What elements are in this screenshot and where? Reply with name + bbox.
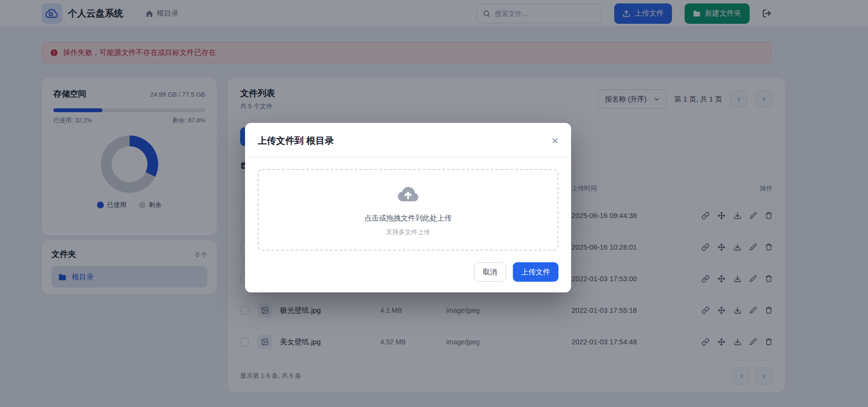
- confirm-upload-button[interactable]: 上传文件: [513, 262, 558, 282]
- upload-modal: 上传文件到 根目录 ✕ 点击或拖拽文件到此处上传 支持多文件上传 取消 上传文件: [245, 123, 571, 292]
- cancel-button[interactable]: 取消: [474, 262, 506, 282]
- modal-title: 上传文件到 根目录: [258, 135, 334, 147]
- dropzone-subtext: 支持多文件上传: [386, 228, 430, 237]
- dropzone-text: 点击或拖拽文件到此处上传: [364, 214, 452, 223]
- close-icon[interactable]: ✕: [552, 137, 558, 145]
- cloud-upload-icon: [397, 184, 419, 206]
- upload-dropzone[interactable]: 点击或拖拽文件到此处上传 支持多文件上传: [258, 169, 558, 251]
